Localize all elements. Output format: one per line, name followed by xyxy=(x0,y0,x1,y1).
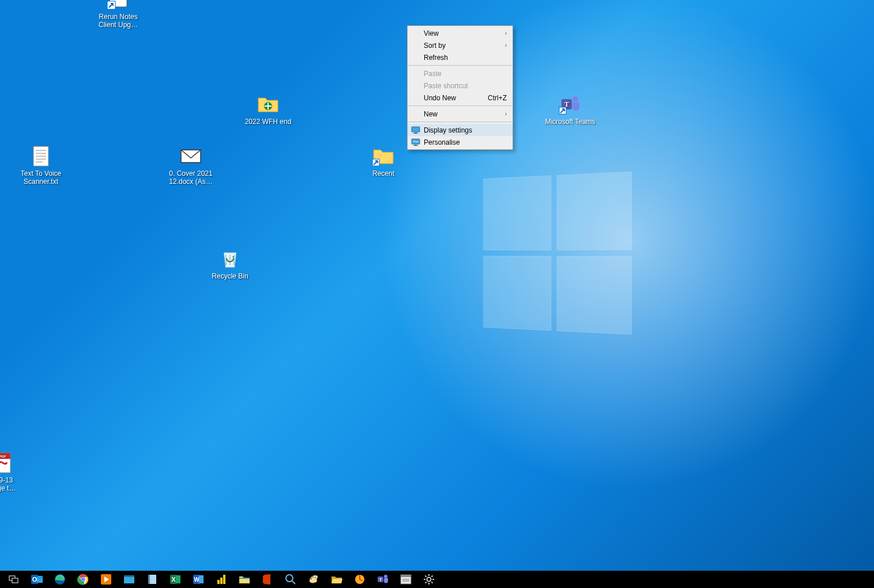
taskbar-edge[interactable] xyxy=(48,571,71,588)
svg-line-69 xyxy=(425,576,427,577)
utility-icon xyxy=(353,573,366,586)
taskbar-teams[interactable]: T xyxy=(371,571,394,588)
taskbar-word[interactable]: W xyxy=(187,571,210,588)
menu-separator xyxy=(408,122,512,122)
text-file-icon xyxy=(29,144,53,168)
excel-icon: X xyxy=(169,573,182,586)
desktop[interactable]: Rerun Notes Client Upg… 2022 WFH end Tex… xyxy=(0,0,874,571)
task-view-icon xyxy=(9,574,19,585)
svg-rect-19 xyxy=(412,127,420,132)
taskbar-search[interactable] xyxy=(279,571,302,588)
menu-item-refresh[interactable]: Refresh xyxy=(408,51,513,63)
chevron-right-icon: › xyxy=(505,111,509,117)
folder-shortcut-icon xyxy=(371,144,395,168)
menu-label: Refresh xyxy=(424,54,448,62)
menu-item-view[interactable]: View › xyxy=(408,27,513,39)
svg-rect-21 xyxy=(413,133,418,134)
svg-point-54 xyxy=(315,577,316,578)
pdf-icon: PDF xyxy=(0,451,15,475)
taskbar-excel[interactable]: X xyxy=(164,571,187,588)
taskbar-folder-open[interactable] xyxy=(325,571,348,588)
shortcut-icon xyxy=(106,0,130,12)
icon-label: Microsoft Teams xyxy=(545,118,595,126)
app-window-icon xyxy=(400,573,412,586)
search-icon xyxy=(284,573,297,586)
taskbar-outlook[interactable]: O xyxy=(25,571,48,588)
svg-rect-49 xyxy=(239,578,250,579)
desktop-icon-cover-2021[interactable]: 0. Cover 2021 12.docx (As… xyxy=(165,144,217,186)
menu-item-new[interactable]: New › xyxy=(408,108,513,120)
journal-icon xyxy=(146,573,159,586)
svg-rect-46 xyxy=(217,580,220,584)
svg-rect-26 xyxy=(12,578,18,583)
taskbar-utility[interactable] xyxy=(348,571,371,588)
folder-open-icon xyxy=(330,573,343,586)
personalise-icon xyxy=(411,138,420,147)
icon-label: 2022 WFH end xyxy=(245,118,292,126)
taskbar-media-player[interactable] xyxy=(95,571,118,588)
menu-item-display-settings[interactable]: Display settings xyxy=(408,124,513,136)
svg-rect-42 xyxy=(176,575,180,583)
svg-rect-47 xyxy=(220,578,223,584)
svg-rect-45 xyxy=(199,575,204,583)
icon-label: Rerun Notes Client Upg… xyxy=(92,13,144,29)
svg-point-53 xyxy=(312,576,314,578)
svg-text:W: W xyxy=(194,576,199,583)
taskbar-file-explorer[interactable] xyxy=(233,571,256,588)
menu-label: Sort by xyxy=(424,42,446,50)
menu-item-personalise[interactable]: Personalise xyxy=(408,136,513,148)
office-icon xyxy=(261,573,274,586)
svg-text:PDF: PDF xyxy=(0,455,6,458)
svg-point-14 xyxy=(572,96,578,102)
svg-text:T: T xyxy=(379,577,382,582)
menu-label: Paste shortcut xyxy=(424,82,468,90)
svg-point-55 xyxy=(314,579,315,581)
taskbar-window[interactable] xyxy=(118,571,141,588)
svg-text:X: X xyxy=(171,576,176,583)
media-player-icon xyxy=(100,573,112,586)
desktop-icon-microsoft-teams[interactable]: T Microsoft Teams xyxy=(544,92,596,126)
desktop-icon-text-to-voice[interactable]: Text To Voice Scanner.txt xyxy=(15,144,67,186)
svg-line-72 xyxy=(431,576,432,577)
recycle-bin-icon xyxy=(218,247,242,271)
svg-rect-48 xyxy=(223,575,225,584)
taskbar-power-bi[interactable] xyxy=(210,571,233,588)
taskbar-app-window[interactable] xyxy=(394,571,417,588)
teams-icon: T xyxy=(558,92,582,116)
icon-label: Recent xyxy=(372,169,394,178)
chrome-icon xyxy=(77,573,89,586)
word-icon: W xyxy=(192,573,205,586)
outlook-icon: O xyxy=(31,573,43,586)
menu-item-undo-new[interactable]: Undo New Ctrl+Z xyxy=(408,92,513,104)
taskbar-office[interactable] xyxy=(256,571,279,588)
svg-rect-39 xyxy=(148,575,150,584)
desktop-icon-rerun-notes[interactable]: Rerun Notes Client Upg… xyxy=(92,0,144,29)
svg-line-70 xyxy=(431,582,432,583)
svg-rect-20 xyxy=(415,133,417,133)
taskbar-chrome[interactable] xyxy=(71,571,95,588)
taskbar-journal[interactable] xyxy=(141,571,164,588)
menu-label: Personalise xyxy=(424,138,460,146)
taskbar-task-view[interactable] xyxy=(2,571,25,588)
menu-shortcut: Ctrl+Z xyxy=(488,94,509,102)
desktop-icon-recent[interactable]: Recent xyxy=(357,144,409,178)
svg-point-34 xyxy=(82,578,85,581)
taskbar-paint[interactable] xyxy=(302,571,325,588)
svg-point-59 xyxy=(384,575,387,578)
desktop-icon-recycle-bin[interactable]: Recycle Bin xyxy=(204,247,256,280)
menu-label: View xyxy=(424,29,439,37)
taskbar-settings[interactable] xyxy=(417,571,440,588)
svg-text:O: O xyxy=(32,576,37,583)
icon-label: Text To Voice Scanner.txt xyxy=(15,169,67,186)
svg-point-52 xyxy=(311,578,312,579)
menu-item-sort-by[interactable]: Sort by › xyxy=(408,39,513,51)
menu-label: Paste xyxy=(424,70,442,78)
svg-point-50 xyxy=(286,575,293,582)
desktop-icon-2022-wfh[interactable]: 2022 WFH end xyxy=(242,92,294,126)
file-explorer-icon xyxy=(238,573,251,586)
edge-icon xyxy=(54,573,66,586)
desktop-icon-pdf-partial[interactable]: PDF -09-13 sage t… xyxy=(0,451,23,492)
svg-point-64 xyxy=(427,578,431,582)
chevron-right-icon: › xyxy=(505,42,509,48)
svg-rect-23 xyxy=(415,145,417,145)
